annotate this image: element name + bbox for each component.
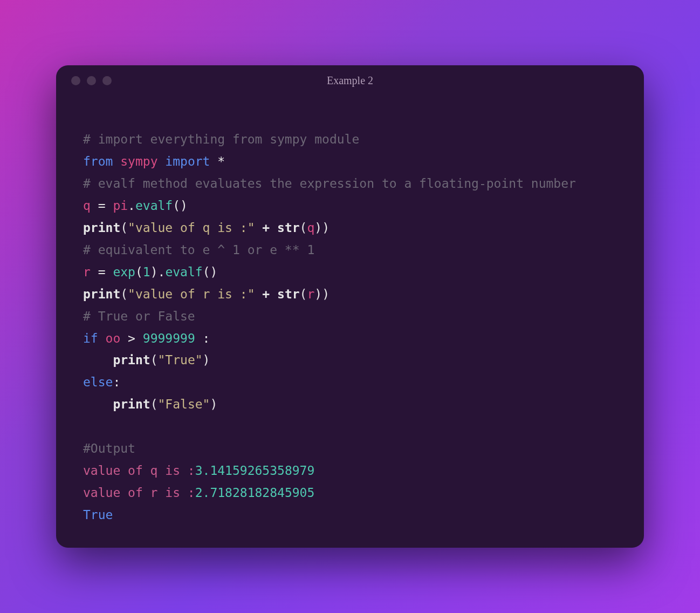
code-paren: ) bbox=[314, 221, 322, 235]
window-title: Example 2 bbox=[56, 74, 644, 87]
code-window: Example 2 # import everything from sympy… bbox=[56, 65, 644, 548]
code-string: "value of q is :" bbox=[128, 221, 255, 235]
code-call: print bbox=[113, 353, 150, 367]
code-paren: ) bbox=[314, 287, 322, 301]
code-operator: + bbox=[255, 221, 278, 235]
code-paren: ( bbox=[120, 287, 128, 301]
code-colon: : bbox=[195, 331, 210, 345]
code-variable: r bbox=[307, 287, 314, 301]
code-paren: ) bbox=[322, 221, 330, 235]
code-variable: r bbox=[83, 265, 91, 279]
code-call: print bbox=[113, 397, 150, 411]
window-controls bbox=[71, 76, 112, 85]
output-value: 2.71828182845905 bbox=[195, 486, 315, 500]
code-function: exp bbox=[113, 265, 135, 279]
maximize-dot[interactable] bbox=[102, 76, 112, 85]
code-comment: # True or False bbox=[83, 309, 195, 323]
code-block: # import everything from sympy module fr… bbox=[56, 91, 644, 526]
code-paren: ) bbox=[322, 287, 330, 301]
code-operator: * bbox=[217, 154, 225, 168]
code-keyword: else bbox=[83, 375, 113, 389]
code-string: "value of r is :" bbox=[128, 287, 255, 301]
code-operator: = bbox=[91, 199, 113, 213]
output-label: value of r is : bbox=[83, 486, 195, 500]
code-indent bbox=[83, 353, 113, 367]
code-dot: . bbox=[158, 265, 166, 279]
code-comment: # import everything from sympy module bbox=[83, 132, 359, 146]
code-operator: > bbox=[120, 331, 143, 345]
code-variable: q bbox=[307, 221, 314, 235]
code-dot: . bbox=[128, 199, 135, 213]
code-operator: = bbox=[91, 265, 113, 279]
code-paren: ) bbox=[203, 353, 210, 367]
code-function: evalf bbox=[165, 265, 202, 279]
output-label: value of q is : bbox=[83, 464, 195, 478]
code-function: str bbox=[277, 221, 300, 235]
code-paren: ( bbox=[120, 221, 128, 235]
code-function: evalf bbox=[135, 199, 173, 213]
code-call: print bbox=[83, 221, 120, 235]
code-keyword: from bbox=[83, 154, 113, 168]
code-keyword: import bbox=[165, 154, 210, 168]
code-string: "False" bbox=[158, 397, 210, 411]
code-parens: () bbox=[173, 199, 188, 213]
code-variable: oo bbox=[106, 331, 121, 345]
minimize-dot[interactable] bbox=[87, 76, 96, 85]
output-value: 3.14159265358979 bbox=[195, 464, 315, 478]
code-string: "True" bbox=[158, 353, 203, 367]
code-function: str bbox=[277, 287, 300, 301]
code-comment: # evalf method evaluates the expression … bbox=[83, 176, 576, 190]
code-operator: + bbox=[255, 287, 278, 301]
code-keyword: if bbox=[83, 331, 98, 345]
titlebar: Example 2 bbox=[56, 65, 644, 91]
code-colon: : bbox=[113, 375, 120, 389]
code-comment: #Output bbox=[83, 441, 135, 455]
code-paren: ( bbox=[150, 397, 158, 411]
code-number: 1 bbox=[143, 265, 150, 279]
code-paren: ) bbox=[210, 397, 217, 411]
code-number: 9999999 bbox=[143, 331, 195, 345]
code-paren: ) bbox=[150, 265, 158, 279]
code-comment: # equivalent to e ^ 1 or e ** 1 bbox=[83, 243, 314, 257]
code-variable: pi bbox=[113, 199, 128, 213]
code-parens: () bbox=[203, 265, 218, 279]
output-value: True bbox=[83, 508, 113, 522]
code-indent bbox=[83, 397, 113, 411]
code-paren: ( bbox=[300, 287, 307, 301]
code-paren: ( bbox=[135, 265, 143, 279]
code-paren: ( bbox=[150, 353, 158, 367]
code-call: print bbox=[83, 287, 120, 301]
code-module: sympy bbox=[120, 154, 157, 168]
code-paren: ( bbox=[300, 221, 307, 235]
code-variable: q bbox=[83, 199, 91, 213]
close-dot[interactable] bbox=[71, 76, 80, 85]
